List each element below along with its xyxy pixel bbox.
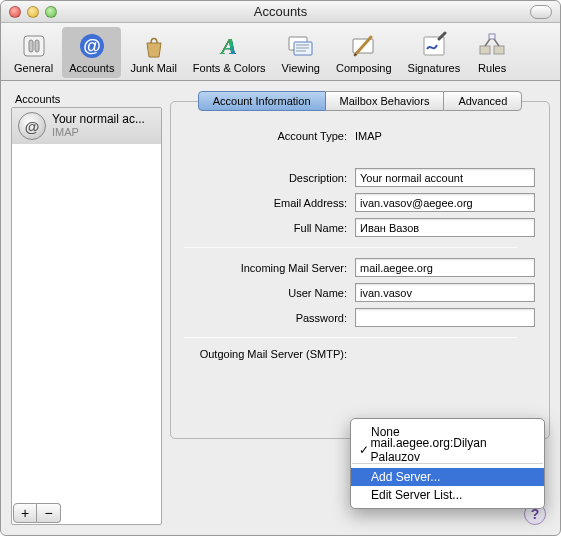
toolbar-signatures[interactable]: Signatures <box>401 27 468 78</box>
at-sign-icon: @ <box>18 112 46 140</box>
sidebar: Accounts @ Your normail ac... IMAP <box>11 91 162 525</box>
smtp-menu-edit-list[interactable]: Edit Server List... <box>351 486 544 504</box>
toolbar-rules-label: Rules <box>478 62 506 74</box>
titlebar: Accounts <box>1 1 560 23</box>
signature-icon <box>418 30 450 62</box>
toolbar-toggle-button[interactable] <box>530 5 552 19</box>
tab-bar: Account Information Mailbox Behaviors Ad… <box>170 91 550 111</box>
toolbar-general[interactable]: General <box>7 27 60 78</box>
toolbar-viewing-label: Viewing <box>282 62 320 74</box>
svg-text:@: @ <box>83 36 101 56</box>
rules-icon <box>476 30 508 62</box>
window-title: Accounts <box>1 4 560 19</box>
toolbar-fonts-label: Fonts & Colors <box>193 62 266 74</box>
remove-account-button[interactable]: − <box>37 503 61 523</box>
svg-rect-0 <box>24 36 44 56</box>
tab-mailbox-behaviors[interactable]: Mailbox Behaviors <box>326 91 444 111</box>
separator <box>184 337 517 338</box>
description-input[interactable] <box>355 168 535 187</box>
junk-bag-icon <box>138 30 170 62</box>
accounts-list[interactable]: @ Your normail ac... IMAP <box>11 107 162 525</box>
email-input[interactable] <box>355 193 535 212</box>
fullname-label: Full Name: <box>185 222 355 234</box>
username-input[interactable] <box>355 283 535 302</box>
switch-icon <box>18 30 50 62</box>
toolbar: General @ Accounts Junk Mail AA Fonts & … <box>1 23 560 81</box>
description-label: Description: <box>185 172 355 184</box>
smtp-menu-add-label: Add Server... <box>371 470 440 484</box>
smtp-menu-edit-label: Edit Server List... <box>371 488 462 502</box>
toolbar-signatures-label: Signatures <box>408 62 461 74</box>
fonts-icon: AA <box>213 30 245 62</box>
smtp-menu-selected-server[interactable]: ✓ mail.aegee.org:Dilyan Palauzov <box>351 441 544 459</box>
incoming-server-input[interactable] <box>355 258 535 277</box>
fullname-input[interactable] <box>355 218 535 237</box>
account-type: IMAP <box>52 126 145 138</box>
toolbar-viewing[interactable]: Viewing <box>275 27 327 78</box>
compose-icon <box>348 30 380 62</box>
toolbar-general-label: General <box>14 62 53 74</box>
svg-text:A: A <box>219 33 237 59</box>
toolbar-composing-label: Composing <box>336 62 392 74</box>
account-type-value: IMAP <box>355 130 535 142</box>
svg-rect-13 <box>424 37 444 55</box>
password-input[interactable] <box>355 308 535 327</box>
viewing-icon <box>285 30 317 62</box>
tab-account-information[interactable]: Account Information <box>198 91 326 111</box>
at-sign-icon: @ <box>76 30 108 62</box>
account-info-panel: Account Type: IMAP Description: Email Ad… <box>170 101 550 439</box>
svg-rect-14 <box>480 46 490 54</box>
separator <box>184 247 517 248</box>
svg-rect-1 <box>29 40 33 52</box>
password-label: Password: <box>185 312 355 324</box>
content-area: Accounts @ Your normail ac... IMAP Accou… <box>1 81 560 535</box>
smtp-label: Outgoing Mail Server (SMTP): <box>185 348 355 360</box>
account-row-text: Your normail ac... IMAP <box>52 112 145 140</box>
account-name: Your normail ac... <box>52 112 145 126</box>
toolbar-composing[interactable]: Composing <box>329 27 399 78</box>
smtp-menu-selected-label: mail.aegee.org:Dilyan Palauzov <box>371 436 534 464</box>
incoming-label: Incoming Mail Server: <box>185 262 355 274</box>
toolbar-accounts-label: Accounts <box>69 62 114 74</box>
smtp-menu-add-server[interactable]: Add Server... <box>351 468 544 486</box>
svg-rect-15 <box>494 46 504 54</box>
add-account-button[interactable]: + <box>13 503 37 523</box>
account-row[interactable]: @ Your normail ac... IMAP <box>12 108 161 144</box>
email-label: Email Address: <box>185 197 355 209</box>
toolbar-rules[interactable]: Rules <box>469 27 515 78</box>
toolbar-accounts[interactable]: @ Accounts <box>62 27 121 78</box>
checkmark-icon: ✓ <box>357 443 371 457</box>
toolbar-junk[interactable]: Junk Mail <box>123 27 183 78</box>
add-remove-controls: + − <box>13 495 61 523</box>
account-type-label: Account Type: <box>185 130 355 142</box>
svg-rect-2 <box>35 40 39 52</box>
username-label: User Name: <box>185 287 355 299</box>
toolbar-fonts[interactable]: AA Fonts & Colors <box>186 27 273 78</box>
tab-advanced[interactable]: Advanced <box>443 91 522 111</box>
sidebar-header: Accounts <box>11 91 162 107</box>
smtp-server-menu[interactable]: None ✓ mail.aegee.org:Dilyan Palauzov Ad… <box>350 418 545 509</box>
svg-rect-16 <box>489 34 495 39</box>
toolbar-junk-label: Junk Mail <box>130 62 176 74</box>
preferences-window: Accounts General @ Accounts Junk Mail AA <box>0 0 561 536</box>
